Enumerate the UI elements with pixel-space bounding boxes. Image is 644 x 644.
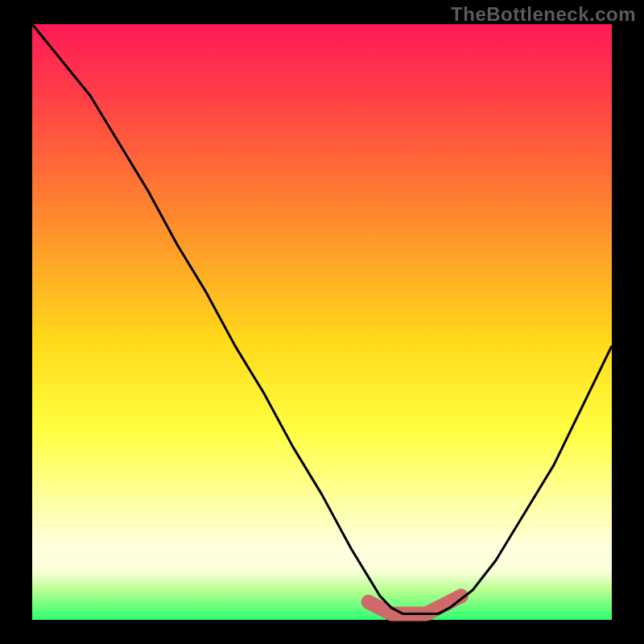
main-curve-path — [32, 24, 612, 614]
chart-plot-area — [32, 24, 612, 620]
chart-svg — [32, 24, 612, 620]
watermark-text: TheBottleneck.com — [451, 3, 636, 26]
